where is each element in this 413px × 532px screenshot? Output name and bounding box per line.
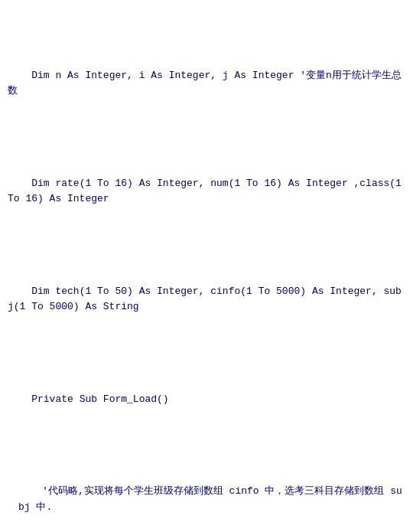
line-2-text: Dim rate(1 To 16) As Integer, num(1 To 1… xyxy=(8,178,408,204)
line-1: Dim n As Integer, i As Integer, j As Int… xyxy=(8,52,405,114)
line-5-text: '代码略,实现将每个学生班级存储到数组 cinfo 中，选考三科目存储到数组 s… xyxy=(18,485,402,512)
line-5: '代码略,实现将每个学生班级存储到数组 cinfo 中，选考三科目存储到数组 s… xyxy=(8,468,405,530)
line-4: Private Sub Form_Load() xyxy=(8,376,405,422)
line-1-text: Dim n As Integer, i As Integer, j As Int… xyxy=(8,70,402,96)
line-3-text: Dim tech(1 To 50) As Integer, cinfo(1 To… xyxy=(8,286,402,312)
code-container: Dim n As Integer, i As Integer, j As Int… xyxy=(8,6,405,532)
line-2: Dim rate(1 To 16) As Integer, num(1 To 1… xyxy=(8,160,405,222)
line-4-text: Private Sub Form_Load() xyxy=(31,393,168,405)
line-3: Dim tech(1 To 50) As Integer, cinfo(1 To… xyxy=(8,268,405,330)
